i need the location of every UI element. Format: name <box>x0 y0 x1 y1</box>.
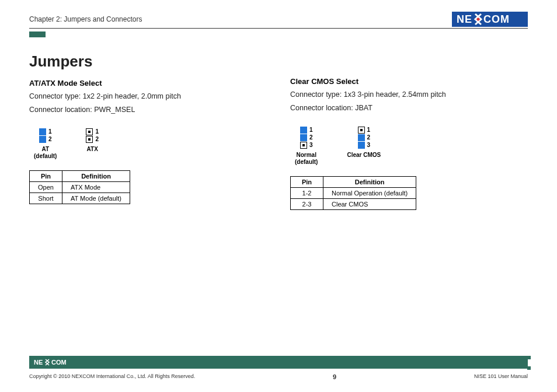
doc-title: NISE 101 User Manual <box>474 373 528 380</box>
section-title: Jumpers <box>29 52 267 71</box>
svg-rect-8 <box>527 366 531 370</box>
copyright-text: Copyright © 2010 NEXCOM International Co… <box>29 373 195 380</box>
pin-icon <box>358 134 365 141</box>
footer-deco-icon <box>522 356 531 370</box>
right-diagrams: 1 2 3 Normal(default) 1 2 3 Clear CMOS <box>295 127 528 166</box>
left-heading: AT/ATX Mode Select <box>29 79 267 88</box>
svg-text:COM: COM <box>51 359 67 366</box>
svg-point-3 <box>477 18 480 21</box>
svg-text:NE: NE <box>457 13 472 25</box>
pin-icon <box>358 127 365 134</box>
pin-icon <box>300 134 307 141</box>
pin-icon <box>300 142 307 149</box>
right-column: Clear CMOS Select Connector type: 1x3 3-… <box>290 52 528 210</box>
jumper-clear-cmos: 1 2 3 Clear CMOS <box>347 127 381 166</box>
nexcom-logo: NE COM <box>452 12 528 27</box>
chapter-title: Chapter 2: Jumpers and Connectors <box>29 15 142 23</box>
jumper-normal: 1 2 3 Normal(default) <box>295 127 318 166</box>
pin-icon <box>86 136 93 143</box>
svg-rect-6 <box>527 356 531 359</box>
right-desc-1: Connector type: 1x3 3-pin header, 2.54mm… <box>290 89 528 100</box>
svg-text:NE: NE <box>34 359 43 366</box>
pin-icon <box>39 136 46 143</box>
left-desc-1: Connector type: 1x2 2-pin header, 2.0mm … <box>29 91 267 102</box>
nexcom-logo-footer: NE COM <box>34 358 81 366</box>
left-column: Jumpers AT/ATX Mode Select Connector typ… <box>29 52 267 210</box>
right-heading: Clear CMOS Select <box>290 77 528 86</box>
pin-icon <box>300 127 307 134</box>
svg-text:COM: COM <box>483 13 510 25</box>
footer-bar: NE COM <box>29 356 528 369</box>
page-number: 9 <box>333 373 336 380</box>
header-rule <box>29 28 528 29</box>
left-desc-2: Connector location: PWR_MSEL <box>29 104 267 116</box>
accent-marker <box>29 32 46 37</box>
jumper-at: 1 2 AT(default) <box>34 128 57 160</box>
pin-icon <box>86 128 93 135</box>
pin-icon <box>39 128 46 135</box>
right-table: PinDefinition 1-2Normal Operation (defau… <box>290 176 416 210</box>
left-table: PinDefinition OpenATX Mode ShortAT Mode … <box>29 170 130 204</box>
pin-icon <box>358 142 365 149</box>
svg-rect-7 <box>522 361 525 365</box>
left-diagrams: 1 2 AT(default) 1 2 ATX <box>34 128 267 160</box>
right-desc-2: Connector location: JBAT <box>290 103 528 114</box>
jumper-atx: 1 2 ATX <box>86 128 99 160</box>
